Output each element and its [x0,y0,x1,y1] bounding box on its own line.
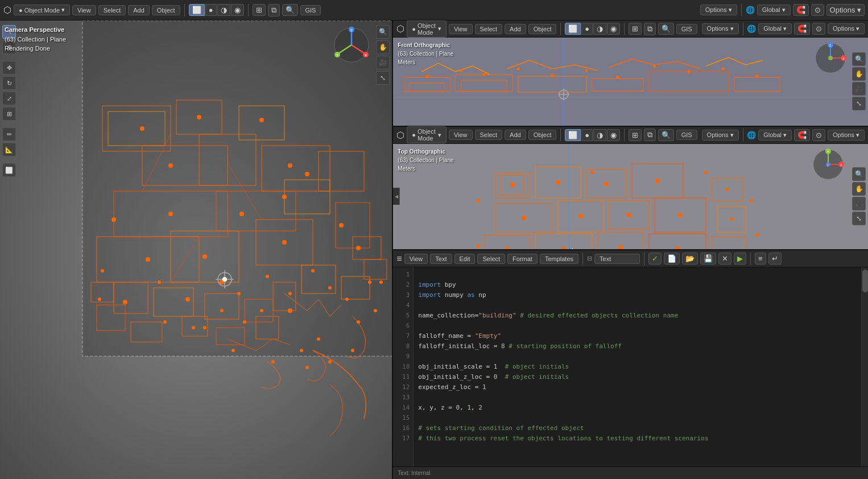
viewport-3d-camera[interactable]: ↖ ⊕ ✥ ↻ ⤢ ⊞ ✏ 📐 ⬜ Camera Perspective (63… [0,20,392,479]
proportional-btn[interactable]: ⊙ [811,4,824,16]
view-menu[interactable]: View [72,5,96,15]
rm-mode-dropdown[interactable]: ●Object Mode▾ [407,126,447,143]
rm-rendered[interactable]: ◉ [607,129,620,141]
rm-material[interactable]: ◑ [593,129,606,141]
te-open-btn[interactable]: 📂 [682,253,698,265]
rotate-tool[interactable]: ↻ [2,76,16,90]
move-tool[interactable]: ✥ [2,61,16,75]
rt-add-menu[interactable]: Add [505,24,526,34]
rm-solid[interactable]: ● [581,129,593,141]
rm-options[interactable]: Options ▾ [702,130,739,141]
te-format-menu[interactable]: Format [507,254,538,264]
top-camera[interactable]: 🎥 [852,197,866,210]
rm-search[interactable]: 🔍 [658,129,674,141]
transform-tool[interactable]: ⊞ [2,107,16,121]
editor-type-icon[interactable]: ⬡ [3,5,11,15]
transform-global[interactable]: Global ▾ [757,5,791,15]
annotate-tool[interactable]: ✏ [2,127,16,141]
search-btn-left[interactable]: 🔍 [282,4,298,16]
cursor-tool[interactable]: ⊕ [2,40,16,54]
rt-proportional[interactable]: ⊙ [812,23,825,35]
rm-gizmo[interactable]: ⧉ [644,129,656,141]
rt-wireframe[interactable]: ⬜ [565,23,581,35]
measure-tool[interactable]: 📐 [2,143,16,156]
rt-solid[interactable]: ● [581,23,593,35]
rt-overlay[interactable]: ⊞ [629,23,642,35]
options-btn-left[interactable]: Options ▾ [700,5,737,15]
top-orthographic-viewport[interactable]: Top Orthographic (63) Collection | Plane… [393,144,868,250]
rm-snap[interactable]: 🧲 [794,129,810,141]
pan-icon[interactable]: ✋ [376,40,390,54]
te-save-btn[interactable]: 💾 [700,253,716,265]
scroll-thumb[interactable] [862,270,868,292]
rt-editor-icon[interactable]: ⬡ [396,23,404,34]
rm-editor-icon[interactable]: ⬡ [396,130,404,141]
rm-options2[interactable]: Options ▾ [828,130,865,141]
te-check-btn[interactable]: ✓ [648,253,662,265]
navigation-gizmo[interactable]: Z X Y [332,25,371,65]
collapse-btn[interactable]: ◀ [393,188,400,205]
te-templates-menu[interactable]: Templates [540,254,578,264]
te-line-numbers-btn[interactable]: ≡ [755,253,766,265]
zoom-icon[interactable]: 🔍 [376,25,390,39]
te-text-menu[interactable]: Text [430,254,452,264]
top-zoom[interactable]: 🔍 [852,167,866,181]
rm-overlay[interactable]: ⊞ [629,129,642,141]
rm-view-menu[interactable]: View [449,130,473,140]
rt-view-menu[interactable]: View [449,24,473,34]
front-pan[interactable]: ✋ [852,67,866,81]
rt-snap[interactable]: 🧲 [794,23,810,35]
fullscreen-icon[interactable]: ⤡ [376,71,390,85]
scale-tool[interactable]: ⤢ [2,92,16,105]
object-menu[interactable]: Object [152,5,180,15]
te-editor-icon[interactable]: ≡ [396,254,402,264]
camera-view-icon[interactable]: 🎥 [376,56,390,69]
rt-gizmo[interactable]: ⧉ [644,23,656,35]
rt-gis[interactable]: GIS [676,24,697,34]
snap-btn[interactable]: 🧲 [793,4,809,16]
gizmo-btn[interactable]: ⧉ [268,4,280,16]
solid-btn[interactable]: ● [205,4,217,16]
rm-global[interactable]: Global ▾ [758,130,792,141]
add-menu[interactable]: Add [128,5,150,15]
rm-wireframe[interactable]: ⬜ [565,129,581,141]
rt-search[interactable]: 🔍 [658,23,674,35]
te-close-btn[interactable]: ✕ [718,253,731,265]
code-content[interactable]: import bpy import numpy as np name_colle… [414,267,861,466]
rm-object-menu[interactable]: Object [528,130,557,140]
te-new-btn[interactable]: 📄 [664,253,680,265]
add-cube-tool[interactable]: ⬜ [2,163,16,177]
rt-global[interactable]: Global ▾ [758,23,792,34]
select-menu-top[interactable]: Select [98,5,126,15]
front-fullscreen[interactable]: ⤡ [852,97,866,110]
te-select-menu[interactable]: Select [477,254,505,264]
rt-rendered[interactable]: ◉ [607,23,620,35]
rm-add-menu[interactable]: Add [505,130,526,140]
vertical-scrollbar[interactable] [861,267,868,466]
select-tool[interactable]: ↖ [2,25,16,39]
render-btn[interactable]: ◉ [231,4,244,16]
wireframe-btn[interactable]: ⬜ [189,4,205,16]
rt-mode-dropdown[interactable]: ●Object Mode▾ [407,20,447,38]
te-view-menu[interactable]: View [404,254,428,264]
gis-btn-left[interactable]: GIS [300,5,321,15]
rm-select-menu[interactable]: Select [475,130,503,140]
material-btn[interactable]: ◑ [217,4,230,16]
top-pan[interactable]: ✋ [852,182,866,196]
options-btn-right2[interactable]: Options ▾ [826,4,865,16]
rt-object-menu[interactable]: Object [528,24,557,34]
rt-options2[interactable]: Options ▾ [828,23,865,34]
overlay-btn[interactable]: ⊞ [253,4,266,16]
rt-options[interactable]: Options ▾ [702,23,739,34]
rm-proportional[interactable]: ⊙ [812,129,825,141]
rt-select-menu[interactable]: Select [475,24,503,34]
front-camera[interactable]: 🎥 [852,82,866,96]
front-orthographic-viewport[interactable]: Front Orthographic (63) Collection | Pla… [393,38,868,126]
te-run-btn[interactable]: ▶ [734,253,746,265]
top-fullscreen[interactable]: ⤡ [852,212,866,225]
mode-dropdown[interactable]: ● Object Mode ▾ [14,5,70,15]
rt-material[interactable]: ◑ [593,23,606,35]
rm-gis[interactable]: GIS [676,130,697,140]
te-filename-input[interactable]: Text [594,254,640,264]
te-edit-menu[interactable]: Edit [454,254,476,264]
